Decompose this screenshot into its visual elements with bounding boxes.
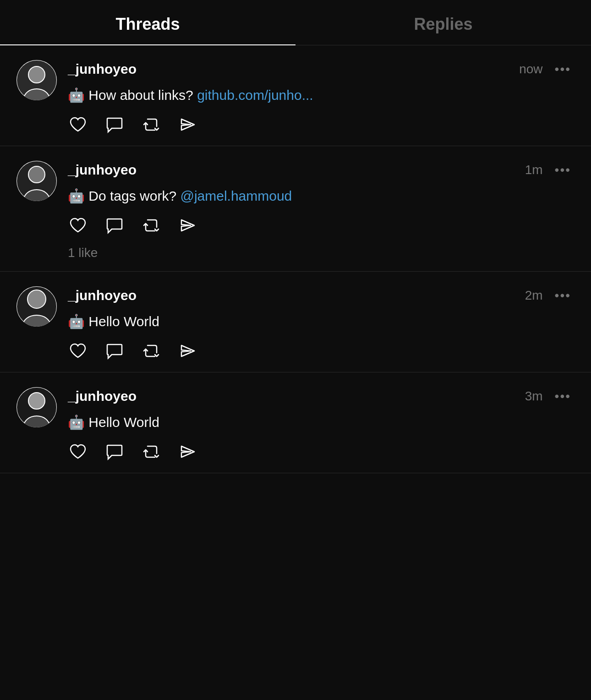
thread-header: _junhoyeo now •••: [68, 60, 575, 78]
avatar: [16, 286, 57, 327]
svg-marker-3: [181, 119, 194, 130]
share-icon: [178, 442, 198, 462]
svg-point-13: [28, 393, 45, 409]
thread-link[interactable]: github.com/junho...: [197, 88, 313, 103]
share-icon: [178, 215, 198, 235]
repost-button[interactable]: [141, 442, 161, 462]
timestamp: 3m: [525, 389, 543, 404]
thread-text: 🤖 Do tags work? @jamel.hammoud: [68, 186, 575, 206]
thread-text-prefix: 🤖 Hello World: [68, 314, 159, 329]
heart-icon: [68, 115, 88, 135]
thread-item: _junhoyeo 3m ••• 🤖 Hello World: [0, 372, 591, 473]
tab-bar: Threads Replies: [0, 0, 591, 45]
thread-mention[interactable]: @jamel.hammoud: [180, 188, 292, 203]
comment-button[interactable]: [104, 115, 125, 135]
comment-icon: [104, 215, 125, 235]
thread-item: _junhoyeo 1m ••• 🤖 Do tags work? @jamel.…: [0, 146, 591, 272]
avatar-image: [16, 387, 57, 427]
comment-button[interactable]: [104, 215, 125, 235]
thread-actions: [68, 341, 575, 361]
username: _junhoyeo: [68, 61, 137, 77]
svg-point-1: [28, 66, 45, 83]
thread-header: _junhoyeo 1m •••: [68, 161, 575, 179]
thread-text: 🤖 Hello World: [68, 311, 575, 332]
svg-point-5: [28, 166, 45, 183]
thread-actions: [68, 115, 575, 135]
more-button[interactable]: •••: [551, 60, 575, 78]
svg-marker-15: [181, 446, 194, 457]
thread-header: _junhoyeo 3m •••: [68, 387, 575, 405]
thread-text: 🤖 How about links? github.com/junho...: [68, 85, 575, 105]
comment-icon: [104, 442, 125, 462]
share-icon: [178, 341, 198, 361]
thread-actions: [68, 442, 575, 462]
header-right: 1m •••: [525, 161, 575, 179]
header-right: 2m •••: [525, 286, 575, 305]
more-button[interactable]: •••: [551, 161, 575, 179]
repost-icon: [141, 115, 161, 135]
thread-content: _junhoyeo 3m ••• 🤖 Hello World: [68, 387, 575, 462]
thread-content: _junhoyeo 2m ••• 🤖 Hello World: [68, 286, 575, 361]
comment-button[interactable]: [104, 442, 125, 462]
username: _junhoyeo: [68, 162, 137, 178]
svg-point-9: [27, 290, 46, 308]
timestamp: 2m: [525, 288, 543, 303]
repost-icon: [141, 442, 161, 462]
svg-marker-7: [181, 220, 194, 231]
like-button[interactable]: [68, 215, 88, 235]
thread-text: 🤖 Hello World: [68, 412, 575, 432]
repost-icon: [141, 341, 161, 361]
heart-icon: [68, 341, 88, 361]
thread-content: _junhoyeo now ••• 🤖 How about links? git…: [68, 60, 575, 135]
repost-button[interactable]: [141, 215, 161, 235]
thread-item: _junhoyeo now ••• 🤖 How about links? git…: [0, 45, 591, 146]
tab-threads-label: Threads: [115, 15, 180, 33]
heart-icon: [68, 442, 88, 462]
like-button[interactable]: [68, 341, 88, 361]
header-right: now •••: [519, 60, 575, 78]
more-button[interactable]: •••: [551, 387, 575, 405]
thread-header: _junhoyeo 2m •••: [68, 286, 575, 305]
avatar: [16, 161, 57, 201]
avatar-image: [16, 60, 57, 100]
username: _junhoyeo: [68, 288, 137, 303]
thread-text-prefix: 🤖 How about links?: [68, 88, 197, 103]
repost-button[interactable]: [141, 115, 161, 135]
share-button[interactable]: [178, 115, 198, 135]
timestamp: 1m: [525, 163, 543, 177]
avatar: [16, 60, 57, 100]
heart-icon: [68, 215, 88, 235]
comment-icon: [104, 115, 125, 135]
svg-marker-11: [181, 345, 194, 356]
more-button[interactable]: •••: [551, 286, 575, 305]
comment-button[interactable]: [104, 341, 125, 361]
header-right: 3m •••: [525, 387, 575, 405]
avatar-image: [16, 161, 57, 201]
share-button[interactable]: [178, 341, 198, 361]
comment-icon: [104, 341, 125, 361]
like-button[interactable]: [68, 442, 88, 462]
like-count: 1 like: [68, 246, 575, 260]
avatar-image: [16, 286, 57, 327]
share-button[interactable]: [178, 215, 198, 235]
like-button[interactable]: [68, 115, 88, 135]
tab-replies[interactable]: Replies: [296, 0, 591, 45]
thread-actions: [68, 215, 575, 235]
username: _junhoyeo: [68, 388, 137, 404]
share-icon: [178, 115, 198, 135]
thread-list: _junhoyeo now ••• 🤖 How about links? git…: [0, 45, 591, 473]
thread-text-prefix: 🤖 Hello World: [68, 415, 159, 430]
repost-button[interactable]: [141, 341, 161, 361]
thread-text-prefix: 🤖 Do tags work?: [68, 188, 180, 203]
tab-threads[interactable]: Threads: [0, 0, 296, 45]
share-button[interactable]: [178, 442, 198, 462]
timestamp: now: [519, 62, 542, 77]
repost-icon: [141, 215, 161, 235]
avatar: [16, 387, 57, 427]
thread-item: _junhoyeo 2m ••• 🤖 Hello World: [0, 272, 591, 372]
tab-replies-label: Replies: [414, 15, 472, 33]
thread-content: _junhoyeo 1m ••• 🤖 Do tags work? @jamel.…: [68, 161, 575, 260]
